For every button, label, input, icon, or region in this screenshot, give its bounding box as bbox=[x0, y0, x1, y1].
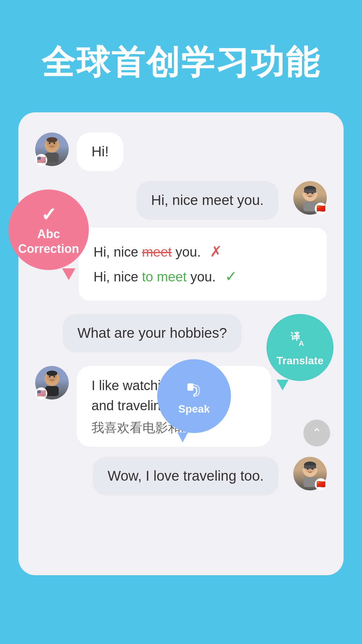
svg-point-11 bbox=[307, 192, 309, 194]
bubble-wow: Wow, I love traveling too. bbox=[93, 457, 279, 495]
scroll-up-button[interactable]: ⌃ bbox=[303, 420, 330, 446]
avatar-male-2: 🇺🇸 bbox=[35, 366, 69, 399]
message-row-4: 🇺🇸 Speak I like watching movies bbox=[35, 366, 327, 447]
svg-point-31 bbox=[307, 468, 309, 470]
abc-correction-badge[interactable]: ✓ Abc Correction bbox=[8, 190, 89, 270]
abc-label: Abc Correction bbox=[18, 227, 79, 256]
translate-icon: 译 A bbox=[290, 328, 310, 353]
message-row-5: Wow, I love traveling too. 🇨🇳 bbox=[35, 457, 327, 495]
avatar-female-2: 🇨🇳 bbox=[293, 457, 327, 490]
hobbies-row: 译 A Translate What are your hobbies? bbox=[35, 314, 327, 353]
svg-text:A: A bbox=[299, 339, 304, 347]
header: 全球首创学习功能 bbox=[0, 0, 362, 112]
svg-point-21 bbox=[54, 376, 55, 377]
svg-point-32 bbox=[312, 468, 313, 470]
svg-point-4 bbox=[54, 143, 55, 144]
speak-bubble[interactable]: Speak bbox=[157, 359, 231, 433]
bubble-nice-meet: Hi, nice meet you. bbox=[136, 181, 279, 220]
translate-bubble[interactable]: 译 A Translate bbox=[266, 314, 334, 381]
svg-rect-22 bbox=[45, 386, 59, 396]
svg-point-20 bbox=[49, 376, 51, 377]
svg-point-10 bbox=[303, 191, 317, 193]
svg-point-30 bbox=[303, 466, 317, 469]
flag-us-1: 🇺🇸 bbox=[35, 154, 47, 166]
header-title: 全球首创学习功能 bbox=[0, 40, 362, 86]
flag-cn-1: 🇨🇳 bbox=[315, 203, 327, 215]
x-icon: ✗ bbox=[210, 243, 222, 260]
translate-label: Translate bbox=[277, 355, 324, 367]
svg-point-19 bbox=[47, 371, 57, 376]
svg-point-2 bbox=[47, 137, 57, 143]
correction-box: Hi, nice meet you. ✗ Hi, nice to meet yo… bbox=[79, 228, 327, 301]
wrong-line: Hi, nice meet you. ✗ bbox=[94, 239, 312, 264]
chat-container: ✓ Abc Correction bbox=[18, 112, 344, 575]
correct-line: Hi, nice to meet you. ✓ bbox=[94, 264, 312, 289]
speak-label: Speak bbox=[178, 403, 210, 415]
bubble-hobbies: What are your hobbies? bbox=[63, 314, 242, 353]
speak-icon bbox=[184, 377, 204, 401]
flag-us-2: 🇺🇸 bbox=[35, 387, 47, 399]
bubble-hi: Hi! bbox=[77, 132, 123, 171]
svg-point-3 bbox=[49, 143, 51, 144]
svg-rect-5 bbox=[45, 153, 59, 163]
avatar-male-1: 🇺🇸 bbox=[35, 132, 69, 166]
check-icon: ✓ bbox=[225, 268, 237, 284]
abc-check-icon: ✓ bbox=[41, 204, 57, 225]
svg-point-12 bbox=[312, 192, 313, 194]
avatar-female-1: 🇨🇳 bbox=[293, 181, 327, 215]
flag-cn-2: 🇨🇳 bbox=[315, 478, 327, 490]
message-row-1: 🇺🇸 Hi! bbox=[35, 132, 327, 171]
svg-rect-23 bbox=[187, 383, 193, 391]
svg-rect-16 bbox=[297, 331, 297, 339]
